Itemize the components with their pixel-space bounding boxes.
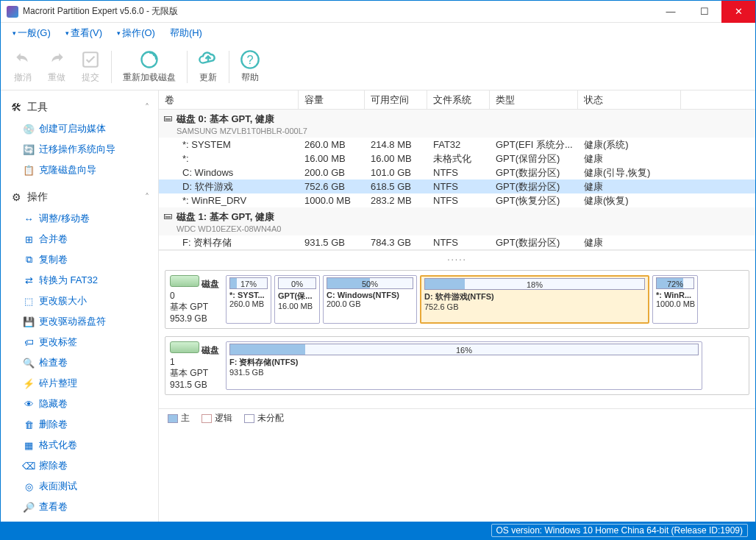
legend: 主 逻辑 未分配 [159, 408, 755, 427]
disk-header[interactable]: 🖴磁盘 1: 基本 GPT, 健康WDC WD10EZEX-08WN4A0 [159, 207, 755, 235]
item-icon: 👁 [23, 398, 35, 410]
partition-block[interactable]: 16%F: 资料存储(NTFS)931.5 GB [226, 341, 702, 390]
chevron-up-icon: ˄ [145, 192, 149, 202]
item-icon: ▦ [23, 439, 35, 451]
commit-button[interactable]: 提交 [74, 46, 107, 88]
item-icon: ⊞ [23, 233, 35, 245]
menu-general[interactable]: ▾一般(G) [7, 24, 57, 43]
partition-block[interactable]: 72%*: WinR...1000.0 MB [652, 275, 698, 324]
table-row[interactable]: *: WinRE_DRV1000.0 MB283.2 MBNTFSGPT(恢复分… [159, 193, 755, 207]
col-filesystem[interactable]: 文件系统 [427, 90, 490, 109]
disk-icon: 🖴 [163, 113, 172, 123]
sidebar-tools-header[interactable]: 🛠 工具 ˄ [1, 96, 158, 118]
item-icon: 💿 [23, 123, 35, 135]
splitter[interactable]: ..... [159, 250, 755, 264]
sidebar-tool-item[interactable]: 💿创建可启动媒体 [1, 118, 158, 139]
item-icon: 🔎 [23, 501, 35, 513]
tools-icon: 🛠 [10, 101, 23, 114]
help-button[interactable]: ? 帮助 [234, 46, 266, 88]
menu-operation[interactable]: ▾操作(O) [111, 24, 161, 43]
legend-main-swatch [168, 414, 178, 423]
sidebar-op-item[interactable]: ⊞合并卷 [1, 229, 158, 249]
disk-icon [170, 341, 199, 353]
gear-icon: ⚙ [10, 191, 23, 204]
sidebar-op-item[interactable]: ⚡碎片整理 [1, 373, 158, 394]
disk-map-label: 磁盘 0基本 GPT953.9 GB [170, 275, 221, 324]
item-icon: ⧉ [23, 254, 35, 266]
sidebar-op-item[interactable]: ↔调整/移动卷 [1, 208, 158, 229]
sidebar-op-item[interactable]: 💾更改驱动器盘符 [1, 311, 158, 332]
sidebar-op-item[interactable]: 🔍检查卷 [1, 352, 158, 373]
table-row[interactable]: F: 资料存储931.5 GB784.3 GBNTFSGPT(数据分区)健康 [159, 235, 755, 249]
sidebar-op-item[interactable]: 🏷更改标签 [1, 332, 158, 352]
item-icon: 💾 [23, 316, 35, 327]
item-icon: ↔ [23, 213, 35, 224]
content-area: 卷 容量 可用空间 文件系统 类型 状态 🖴磁盘 0: 基本 GPT, 健康SA… [159, 90, 755, 522]
legend-unalloc-swatch [244, 414, 254, 423]
reload-icon [139, 49, 160, 70]
item-icon: 🔍 [23, 357, 35, 369]
sidebar-tool-item[interactable]: 📋克隆磁盘向导 [1, 160, 158, 180]
check-icon [80, 49, 101, 70]
partition-block[interactable]: 18%D: 软件游戏(NTFS)752.6 GB [420, 275, 649, 324]
col-capacity[interactable]: 容量 [299, 90, 365, 109]
sidebar-op-item[interactable]: ▦格式化卷 [1, 435, 158, 455]
sidebar-ops-header[interactable]: ⚙ 操作 ˄ [1, 186, 158, 208]
disk-header[interactable]: 🖴磁盘 0: 基本 GPT, 健康SAMSUNG MZVLB1T0HBLR-00… [159, 110, 755, 138]
sidebar-tool-item[interactable]: 🔄迁移操作系统向导 [1, 139, 158, 160]
redo-button[interactable]: 重做 [40, 46, 73, 88]
menu-view[interactable]: ▾查看(V) [60, 24, 108, 43]
statusbar: OS version: Windows 10 Home China 64-bit… [1, 522, 755, 539]
sidebar: 🛠 工具 ˄ 💿创建可启动媒体🔄迁移操作系统向导📋克隆磁盘向导 ⚙ 操作 ˄ ↔… [1, 90, 159, 522]
sidebar-op-item[interactable]: ⌫擦除卷 [1, 455, 158, 476]
redo-icon [46, 49, 67, 70]
col-free[interactable]: 可用空间 [365, 90, 427, 109]
sidebar-op-item[interactable]: 🔎查看卷 [1, 497, 158, 517]
disk-map: 磁盘 0基本 GPT953.9 GB17%*: SYST...260.0 MB0… [165, 270, 749, 329]
sidebar-op-item[interactable]: ⧉复制卷 [1, 249, 158, 270]
volume-table: 卷 容量 可用空间 文件系统 类型 状态 🖴磁盘 0: 基本 GPT, 健康SA… [159, 90, 755, 250]
table-header: 卷 容量 可用空间 文件系统 类型 状态 [159, 90, 755, 110]
sidebar-op-item[interactable]: 👁隐藏卷 [1, 394, 158, 414]
partition-block[interactable]: 17%*: SYST...260.0 MB [226, 275, 271, 324]
item-icon: ⬚ [23, 295, 35, 307]
item-icon: ⌫ [23, 460, 35, 472]
disk-icon: 🖴 [163, 210, 172, 221]
window-title: Macrorit Partition Expert v5.6.0 - 无限版 [23, 5, 654, 18]
disk-maps: 磁盘 0基本 GPT953.9 GB17%*: SYST...260.0 MB0… [159, 264, 755, 408]
minimize-button[interactable]: — [654, 1, 688, 23]
item-icon: ⇄ [23, 274, 35, 286]
chevron-up-icon: ˄ [145, 102, 149, 113]
table-row[interactable]: *: SYSTEM260.0 MB214.8 MBFAT32GPT(EFI 系统… [159, 138, 755, 152]
undo-button[interactable]: 撤消 [7, 46, 39, 88]
partition-block[interactable]: 0%GPT(保...16.00 MB [274, 275, 320, 324]
disk-map-label: 磁盘 1基本 GPT931.5 GB [170, 341, 221, 390]
item-icon: 🗑 [23, 419, 35, 430]
disk-icon [170, 275, 199, 287]
app-icon [7, 6, 18, 18]
reload-button[interactable]: 重新加载磁盘 [116, 46, 182, 88]
sidebar-op-item[interactable]: 🗑删除卷 [1, 414, 158, 435]
close-button[interactable]: ✕ [721, 1, 755, 23]
item-icon: ◎ [23, 480, 35, 492]
menubar: ▾一般(G) ▾查看(V) ▾操作(O) 帮助(H) [1, 23, 755, 43]
svg-text:?: ? [246, 53, 253, 66]
help-icon: ? [240, 49, 260, 70]
col-type[interactable]: 类型 [490, 90, 578, 109]
table-row[interactable]: C: Windows200.0 GB101.0 GBNTFSGPT(数据分区)健… [159, 166, 755, 180]
col-status[interactable]: 状态 [578, 90, 681, 109]
sidebar-op-item[interactable]: ⇄转换为 FAT32 [1, 270, 158, 291]
disk-map: 磁盘 1基本 GPT931.5 GB16%F: 资料存储(NTFS)931.5 … [165, 336, 749, 395]
partition-block[interactable]: 50%C: Windows(NTFS)200.0 GB [323, 275, 417, 324]
refresh-button[interactable]: 更新 [192, 46, 224, 88]
cloud-refresh-icon [198, 49, 218, 70]
sidebar-op-item[interactable]: ⬚更改簇大小 [1, 291, 158, 311]
table-row[interactable]: D: 软件游戏752.6 GB618.5 GBNTFSGPT(数据分区)健康 [159, 180, 755, 193]
maximize-button[interactable]: ☐ [688, 1, 721, 23]
table-row[interactable]: *:16.00 MB16.00 MB未格式化GPT(保留分区)健康 [159, 152, 755, 166]
sidebar-op-item[interactable]: ◎表面测试 [1, 476, 158, 497]
undo-icon [13, 49, 33, 70]
toolbar: 撤消 重做 提交 重新加载磁盘 更新 ? 帮助 [1, 43, 755, 90]
col-volume[interactable]: 卷 [159, 90, 299, 109]
menu-help[interactable]: 帮助(H) [164, 24, 208, 43]
